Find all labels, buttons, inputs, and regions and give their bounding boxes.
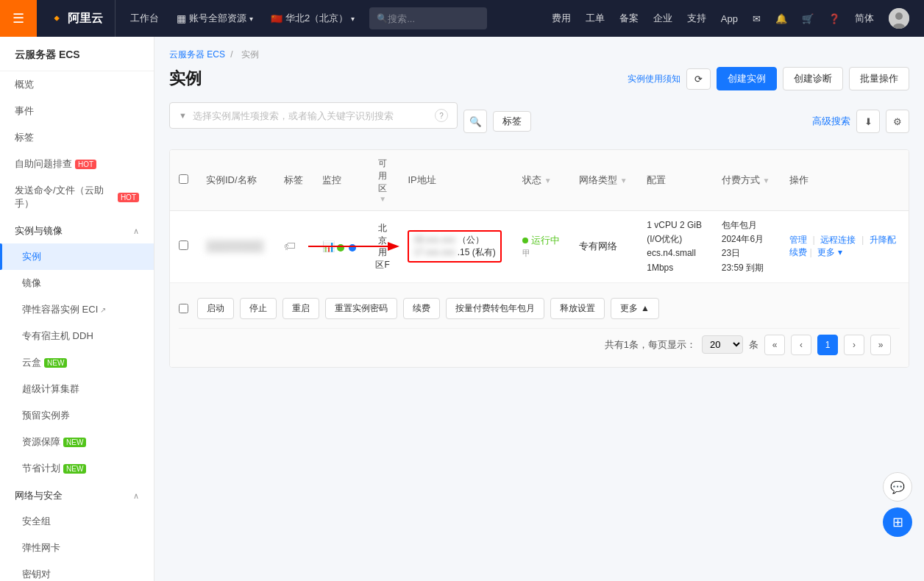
reset-password-button[interactable]: 重置实例密码 (325, 298, 397, 319)
nav-notification-icon[interactable]: 🔔 (770, 0, 793, 37)
nav-language[interactable]: 简体 (849, 0, 880, 37)
sidebar-item-elastic-nic[interactable]: 弹性网卡 (0, 535, 154, 561)
nav-region[interactable]: 🇨🇳 华北2（北京） ▾ (262, 0, 363, 37)
sidebar-item-security-group[interactable]: 安全组 (0, 508, 154, 535)
global-search-input[interactable] (388, 13, 461, 24)
collapse-arrow-network-icon: ∧ (133, 491, 139, 501)
create-instance-button[interactable]: 创建实例 (717, 67, 777, 90)
renew-button[interactable]: 续费 (403, 298, 440, 319)
batch-operation-button[interactable]: 批量操作 (849, 67, 909, 90)
tag-icon[interactable]: 🏷 (284, 240, 296, 252)
nav-mail-icon[interactable]: ✉ (747, 0, 767, 37)
op-renew-link[interactable]: 续费 (789, 247, 807, 257)
refresh-button[interactable]: ⟳ (686, 68, 711, 90)
nav-workbench[interactable]: 工作台 (121, 0, 168, 37)
op-upgrade-link[interactable]: 升降配 (870, 235, 896, 245)
sidebar-item-supercluster[interactable]: 超级计算集群 (0, 376, 154, 402)
instances-table: 实例ID/名称 标签 监控 可 用 区 ▼ IP地址 (170, 150, 909, 282)
search-button[interactable]: 🔍 (463, 110, 487, 133)
nav-avatar[interactable] (883, 0, 915, 37)
breadcrumb-ecs[interactable]: 云服务器 ECS (169, 49, 225, 60)
nav-app[interactable]: App (715, 0, 744, 37)
search-bar[interactable]: ▼ ? (169, 102, 458, 129)
hot-badge: HOT (75, 160, 96, 169)
network-sort-icon[interactable]: ▼ (620, 177, 628, 185)
tag-filter-button[interactable]: 标签 (493, 111, 531, 132)
hamburger-menu[interactable]: ☰ (0, 0, 37, 37)
sidebar-section-instances-images[interactable]: 实例与镜像 ∧ (0, 217, 154, 243)
new-badge-resource: NEW (63, 438, 86, 447)
download-button[interactable]: ⬇ (856, 110, 880, 133)
td-operation: 管理 | 远程连接 | 升降配 续费 | 更多 ▾ (781, 211, 909, 282)
sidebar-item-reserved[interactable]: 预留实例券 (0, 402, 154, 429)
chat-float-button[interactable]: 💬 (883, 472, 912, 502)
magnifier-icon: 🔍 (469, 116, 482, 127)
page-next-button[interactable]: › (844, 335, 864, 355)
action-bar: 启动 停止 重启 重置实例密码 续费 按量付费转包年包月 释放设置 更多 ▲ 共… (170, 282, 909, 367)
search-prefix-icon[interactable]: ▼ (179, 111, 187, 120)
sidebar-item-saving-plan[interactable]: 节省计划 NEW (0, 455, 154, 482)
sidebar-item-ddh[interactable]: 专有宿主机 DDH (0, 323, 154, 349)
sidebar-item-cloudbox[interactable]: 云盒 NEW (0, 349, 154, 376)
stop-button[interactable]: 停止 (240, 298, 277, 319)
page-prev-button[interactable]: ‹ (791, 335, 811, 355)
page-first-button[interactable]: « (764, 335, 785, 355)
nav-enterprise[interactable]: 企业 (647, 0, 678, 37)
sidebar-item-instances[interactable]: 实例 (0, 243, 154, 270)
sidebar-item-keypair[interactable]: 密钥对 (0, 561, 154, 581)
op-manage-link[interactable]: 管理 (789, 235, 807, 245)
switch-billing-button[interactable]: 按量付费转包年包月 (446, 298, 544, 319)
sidebar-item-resource-assurance[interactable]: 资源保障 NEW (0, 429, 154, 455)
hot-badge-2: HOT (118, 193, 139, 202)
nav-beian[interactable]: 备案 (614, 0, 644, 37)
sidebar-item-overview[interactable]: 概览 (0, 71, 154, 98)
restart-button[interactable]: 重启 (282, 298, 319, 319)
row-checkbox[interactable] (179, 240, 188, 250)
status-sub: 甲 (522, 249, 530, 257)
page-last-button[interactable]: » (870, 335, 891, 355)
th-instance-id: 实例ID/名称 (197, 150, 275, 211)
start-button[interactable]: 启动 (197, 298, 234, 319)
sidebar-item-troubleshoot[interactable]: 自助问题排查 HOT (0, 151, 154, 177)
th-operation: 操作 (781, 150, 909, 211)
page-1-button[interactable]: 1 (817, 335, 838, 355)
op-more-link[interactable]: 更多 ▾ (817, 247, 842, 257)
monitor-icon[interactable]: 📊 (322, 240, 335, 252)
bottom-select-all[interactable] (179, 304, 188, 313)
advanced-search-link[interactable]: 高级搜索 (812, 115, 850, 128)
th-sort-icon[interactable]: ▼ (379, 195, 386, 203)
select-all-checkbox[interactable] (179, 174, 188, 184)
svg-point-1 (895, 13, 903, 20)
instance-usage-hint[interactable]: 实例使用须知 (628, 73, 680, 85)
page-size-select[interactable]: 20 50 100 (702, 335, 743, 354)
nav-workorder[interactable]: 工单 (580, 0, 611, 37)
nav-cost[interactable]: 费用 (546, 0, 577, 37)
help-circle-icon[interactable]: ? (435, 109, 448, 122)
nav-cart-icon[interactable]: 🛒 (796, 0, 820, 37)
nav-help-icon[interactable]: ❓ (822, 0, 846, 37)
action-buttons: 启动 停止 重启 重置实例密码 续费 按量付费转包年包月 释放设置 更多 ▲ (179, 289, 900, 328)
search-input[interactable] (193, 110, 429, 121)
nav-account-resources[interactable]: ▦ 账号全部资源 ▾ (168, 0, 262, 37)
sidebar-item-command[interactable]: 发送命令/文件（云助手） HOT (0, 177, 154, 217)
more-actions-button[interactable]: 更多 ▲ (611, 298, 659, 319)
nav-account-label: 账号全部资源 (189, 12, 246, 25)
settings-button[interactable]: ⚙ (886, 110, 909, 133)
sidebar: 云服务器 ECS 概览 事件 标签 自助问题排查 HOT 发送命令/文件（云助手… (0, 37, 154, 581)
new-badge-saving: NEW (63, 464, 86, 474)
global-search-bar[interactable]: 🔍 (369, 7, 487, 29)
settings-icon: ⚙ (893, 116, 902, 127)
nav-support[interactable]: 支持 (681, 0, 712, 37)
sidebar-item-tags[interactable]: 标签 (0, 124, 154, 151)
logo[interactable]: 🔸 阿里云 (37, 0, 115, 37)
sidebar-item-eci[interactable]: 弹性容器实例 ECI ↗ (0, 296, 154, 323)
sidebar-item-events[interactable]: 事件 (0, 98, 154, 124)
sidebar-section-network-security[interactable]: 网络与安全 ∧ (0, 482, 154, 508)
payment-sort-icon[interactable]: ▼ (762, 177, 770, 185)
service-float-button[interactable]: ⊞ (883, 507, 912, 537)
release-settings-button[interactable]: 释放设置 (550, 298, 605, 319)
sidebar-item-images[interactable]: 镜像 (0, 270, 154, 296)
create-diagnosis-button[interactable]: 创建诊断 (783, 67, 843, 90)
status-sort-icon[interactable]: ▼ (544, 177, 552, 185)
op-remote-connect-link[interactable]: 远程连接 (820, 235, 856, 245)
